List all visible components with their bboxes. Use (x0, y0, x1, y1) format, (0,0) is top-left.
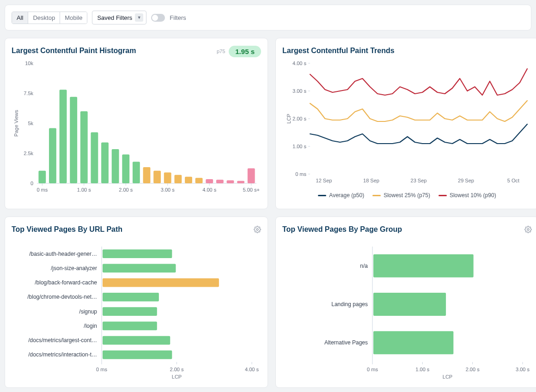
svg-rect-75 (103, 322, 157, 331)
svg-text:Alternative Pages: Alternative Pages (324, 339, 368, 346)
segment-all[interactable]: All (12, 12, 28, 24)
svg-text:Page Views: Page Views (13, 110, 19, 137)
gear-icon[interactable] (524, 226, 532, 235)
gear-icon[interactable] (254, 226, 261, 235)
svg-rect-26 (112, 149, 119, 183)
segment-desktop[interactable]: Desktop (28, 12, 60, 24)
svg-text:5k: 5k (28, 121, 33, 126)
device-segment: AllDesktopMobile (12, 12, 87, 24)
filters-label: Filters (170, 14, 186, 21)
top-group-card: Top Viewed Pages By Page Group 0 ms1.00 … (275, 217, 536, 388)
svg-text:2.00 s: 2.00 s (466, 367, 480, 372)
svg-point-56 (256, 229, 258, 230)
top-url-title: Top Viewed Pages By URL Path (12, 225, 122, 234)
svg-text:1.00 s: 1.00 s (77, 187, 91, 193)
svg-text:/login: /login (84, 323, 97, 329)
histogram-card: Largest Contentful Paint Histogram p75 1… (5, 38, 268, 209)
svg-rect-73 (103, 307, 157, 316)
svg-rect-38 (237, 181, 244, 183)
p75-badge: 1.95 s (229, 46, 261, 57)
svg-text:/docs/metrics/largest-cont…: /docs/metrics/largest-cont… (28, 337, 97, 344)
svg-text:29 Sep: 29 Sep (458, 178, 474, 183)
svg-text:LCP: LCP (286, 114, 292, 123)
svg-text:4.00 s: 4.00 s (202, 187, 216, 193)
svg-text:1.00 s: 1.00 s (415, 367, 429, 372)
svg-text:/json-size-analyzer: /json-size-analyzer (51, 265, 97, 271)
svg-text:1.00 s: 1.00 s (292, 144, 306, 149)
trends-chart: 0 ms1.00 s2.00 s3.00 s4.00 s12 Sep18 Sep… (282, 59, 532, 188)
svg-rect-23 (80, 111, 88, 183)
svg-text:2.00 s: 2.00 s (292, 116, 306, 121)
svg-text:5.00 s+: 5.00 s+ (243, 187, 259, 193)
svg-rect-67 (103, 264, 176, 273)
histogram-chart: 02.5k5k7.5k10k0 ms1.00 s2.00 s3.00 s4.00… (12, 59, 261, 202)
legend-p75: Slowest 25% (p75) (384, 192, 430, 199)
filters-toggle[interactable] (151, 14, 165, 22)
svg-text:10k: 10k (25, 60, 33, 66)
filter-bar: AllDesktopMobile Saved Filters ▼ Filters (5, 5, 531, 30)
svg-rect-33 (185, 177, 192, 183)
top-url-card: Top Viewed Pages By URL Path 0 ms2.00 s4… (5, 217, 268, 388)
svg-text:0 ms: 0 ms (367, 367, 378, 372)
svg-rect-77 (103, 336, 170, 345)
svg-text:7.5k: 7.5k (24, 90, 33, 96)
svg-text:LCP: LCP (172, 374, 182, 380)
trends-title: Largest Contentful Paint Trends (282, 47, 532, 55)
svg-rect-69 (103, 278, 219, 287)
svg-text:0 ms: 0 ms (295, 171, 306, 177)
svg-text:2.00 s: 2.00 s (119, 187, 133, 193)
svg-rect-65 (103, 249, 172, 258)
histogram-title: Largest Contentful Paint Histogram (12, 47, 136, 55)
svg-text:23 Sep: 23 Sep (411, 178, 427, 183)
svg-rect-36 (216, 180, 224, 183)
svg-text:/blog/chrome-devtools-net…: /blog/chrome-devtools-net… (27, 294, 97, 300)
svg-text:4.00 s: 4.00 s (292, 60, 306, 66)
svg-rect-71 (103, 293, 159, 302)
top-group-chart: 0 ms1.00 s2.00 s3.00 sLCPn/aLanding page… (282, 237, 532, 380)
svg-text:Landing pages: Landing pages (331, 301, 368, 308)
svg-rect-31 (164, 173, 171, 183)
svg-point-81 (527, 229, 529, 230)
svg-rect-37 (227, 181, 234, 184)
legend-p50: Average (p50) (329, 192, 364, 199)
svg-text:2.00 s: 2.00 s (170, 367, 184, 372)
svg-text:12 Sep: 12 Sep (316, 178, 332, 183)
svg-rect-24 (91, 133, 98, 184)
svg-rect-94 (373, 293, 446, 316)
svg-text:0 ms: 0 ms (96, 367, 107, 372)
trends-card: Largest Contentful Paint Trends 0 ms1.00… (275, 38, 536, 209)
svg-rect-96 (373, 331, 453, 354)
svg-text:n/a: n/a (360, 263, 368, 269)
svg-rect-25 (101, 143, 109, 183)
saved-filters-label: Saved Filters (97, 14, 132, 21)
svg-text:3.00 s: 3.00 s (292, 88, 306, 94)
svg-rect-28 (133, 162, 140, 183)
svg-rect-79 (103, 350, 172, 359)
svg-text:/blog/back-forward-cache: /blog/back-forward-cache (35, 279, 97, 286)
svg-rect-19 (38, 171, 46, 183)
svg-text:3.00 s: 3.00 s (516, 367, 530, 372)
svg-rect-35 (206, 179, 213, 183)
trends-legend: Average (p50) Slowest 25% (p75) Slowest … (282, 192, 532, 199)
svg-rect-20 (49, 128, 56, 183)
top-url-chart: 0 ms2.00 s4.00 sLCP/basic-auth-header-ge… (12, 237, 261, 380)
svg-text:3.00 s: 3.00 s (161, 187, 175, 193)
svg-rect-30 (153, 171, 161, 183)
svg-text:LCP: LCP (443, 374, 452, 380)
svg-text:/signup: /signup (79, 308, 97, 315)
svg-text:/basic-auth-header-gener…: /basic-auth-header-gener… (29, 251, 97, 257)
segment-mobile[interactable]: Mobile (60, 12, 87, 24)
legend-p90: Slowest 10% (p90) (450, 192, 496, 199)
svg-text:5 Oct: 5 Oct (507, 178, 519, 183)
svg-text:0: 0 (30, 181, 33, 186)
svg-text:/docs/metrics/interaction-t…: /docs/metrics/interaction-t… (28, 351, 97, 358)
p75-label: p75 (217, 48, 225, 54)
svg-rect-22 (70, 97, 77, 183)
svg-text:18 Sep: 18 Sep (363, 178, 379, 183)
svg-text:4.00 s: 4.00 s (245, 367, 259, 372)
saved-filters-button[interactable]: Saved Filters ▼ (92, 11, 146, 24)
svg-rect-27 (122, 155, 129, 183)
svg-rect-92 (373, 254, 474, 277)
svg-text:2.5k: 2.5k (24, 151, 33, 156)
svg-rect-29 (143, 167, 151, 183)
